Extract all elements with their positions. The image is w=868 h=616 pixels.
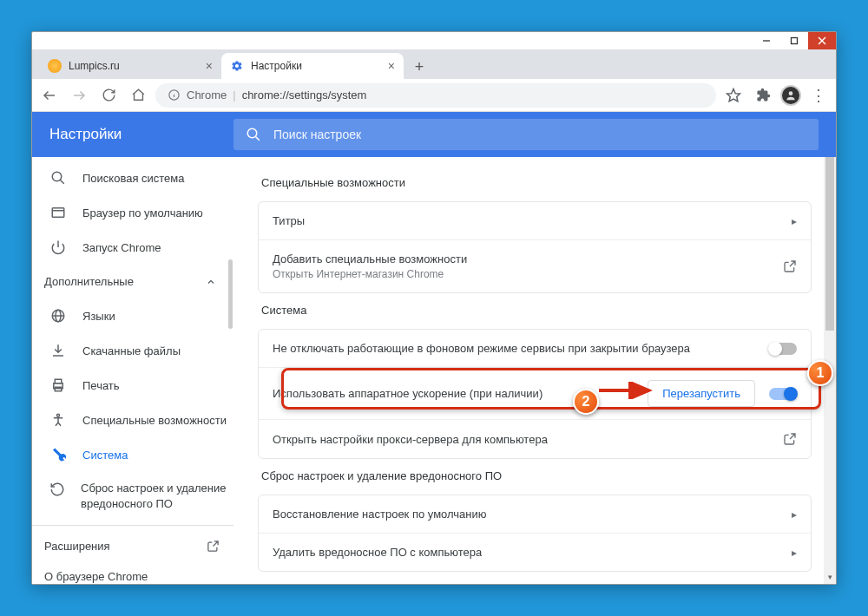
profile-avatar[interactable] (780, 85, 801, 106)
svg-point-23 (57, 414, 60, 416)
sidebar-item-about[interactable]: О браузере Chrome (32, 561, 233, 584)
row-label: Открыть настройки прокси-сервера для ком… (273, 433, 548, 446)
power-icon (49, 239, 67, 256)
globe-icon (49, 307, 67, 324)
sidebar-item-label: Система (82, 449, 128, 462)
sidebar-item-startup[interactable]: Запуск Chrome (32, 230, 233, 265)
settings-search-input[interactable]: Поиск настроек (233, 119, 819, 150)
row-restore-defaults[interactable]: Восстановление настроек по умолчанию ▸ (259, 495, 811, 533)
svg-point-8 (789, 91, 793, 95)
open-external-icon (783, 259, 797, 273)
forward-button[interactable] (67, 83, 91, 108)
content-scrollbar-track[interactable]: ▾ (824, 157, 836, 584)
sidebar-item-label: Скачанные файлы (82, 344, 181, 357)
url-scheme: Chrome (187, 88, 227, 102)
browser-window: Lumpics.ru × Настройки × + C (31, 31, 837, 585)
row-background-apps[interactable]: Не отключать работающие в фоновом режиме… (259, 330, 811, 367)
sidebar-item-downloads[interactable]: Скачанные файлы (32, 333, 233, 368)
svg-point-11 (52, 172, 62, 181)
settings-sidebar: Поисковая система Браузер по умолчанию З… (32, 157, 233, 584)
section-title-reset: Сброс настроек и удаление вредоносного П… (261, 469, 812, 482)
window-maximize-button[interactable] (780, 32, 808, 49)
sidebar-item-label: Печать (82, 379, 120, 392)
tab-title: Настройки (251, 60, 302, 72)
tab-title: Lumpics.ru (69, 60, 120, 72)
tab-close-button[interactable]: × (388, 59, 395, 73)
settings-main: Поисковая система Браузер по умолчанию З… (32, 157, 836, 584)
chevron-up-icon (206, 277, 216, 287)
download-icon (49, 342, 67, 359)
settings-page-title: Настройки (49, 126, 233, 143)
sidebar-item-label: Расширения (44, 540, 110, 553)
toggle-hardware-acceleration[interactable] (769, 388, 797, 400)
search-icon (49, 169, 67, 187)
row-captions[interactable]: Титры ▸ (259, 202, 811, 239)
row-label: Добавить специальные возможности (273, 252, 467, 265)
row-label: Не отключать работающие в фоновом режиме… (273, 342, 690, 355)
svg-line-10 (255, 136, 260, 141)
new-tab-button[interactable]: + (407, 55, 431, 79)
row-remove-malware[interactable]: Удалить вредоносное ПО с компьютера ▸ (259, 533, 811, 571)
sidebar-item-label: Поисковая система (82, 172, 185, 185)
sidebar-item-reset[interactable]: Сброс настроек и удаление вредоносного П… (32, 472, 233, 520)
chevron-right-icon: ▸ (792, 508, 797, 521)
open-external-icon (783, 432, 797, 446)
sidebar-item-languages[interactable]: Языки (32, 298, 233, 333)
sidebar-divider (32, 525, 233, 526)
toggle-background-apps[interactable] (769, 343, 797, 355)
reload-button[interactable] (96, 83, 121, 108)
restore-icon (49, 481, 65, 498)
settings-header: Настройки Поиск настроек (32, 112, 836, 157)
content-scrollbar-thumb[interactable] (825, 157, 834, 331)
sidebar-item-label: Языки (82, 310, 115, 323)
tab-favicon-lumpics (48, 59, 62, 73)
sidebar-scrollbar-thumb[interactable] (228, 259, 233, 329)
sidebar-item-print[interactable]: Печать (32, 368, 233, 403)
gear-icon (230, 59, 244, 73)
back-button[interactable] (37, 83, 62, 108)
svg-rect-1 (792, 38, 798, 44)
window-close-button[interactable] (808, 32, 836, 49)
chevron-right-icon: ▸ (792, 547, 797, 559)
kebab-menu-icon[interactable]: ⋮ (806, 83, 831, 108)
row-sublabel: Открыть Интернет-магазин Chrome (273, 268, 467, 280)
svg-point-9 (247, 128, 257, 138)
home-button[interactable] (126, 83, 150, 108)
svg-marker-7 (727, 88, 740, 101)
sidebar-item-default-browser[interactable]: Браузер по умолчанию (32, 195, 233, 230)
tab-settings[interactable]: Настройки × (221, 53, 404, 79)
sidebar-item-label: О браузере Chrome (44, 570, 148, 583)
search-icon (246, 127, 261, 142)
tab-close-button[interactable]: × (206, 59, 213, 73)
row-label: Удалить вредоносное ПО с компьютера (273, 546, 482, 559)
sidebar-item-system[interactable]: Система (32, 437, 233, 472)
sidebar-item-label: Специальные возможности (82, 414, 227, 427)
card-system: Не отключать работающие в фоновом режиме… (258, 329, 812, 459)
sidebar-item-extensions[interactable]: Расширения (32, 531, 233, 561)
section-title-system: Система (261, 304, 812, 317)
window-minimize-button[interactable] (753, 32, 780, 49)
sidebar-item-search-engine[interactable]: Поисковая система (32, 161, 233, 195)
url-path: chrome://settings/system (242, 88, 367, 102)
sidebar-item-accessibility[interactable]: Специальные возможности (32, 403, 233, 437)
address-bar[interactable]: Chrome | chrome://settings/system (155, 83, 716, 108)
site-info-icon (166, 83, 181, 108)
row-proxy-settings[interactable]: Открыть настройки прокси-сервера для ком… (259, 419, 811, 458)
scrollbar-down-arrow[interactable]: ▾ (825, 572, 834, 582)
card-reset: Восстановление настроек по умолчанию ▸ У… (258, 495, 812, 572)
tab-lumpics[interactable]: Lumpics.ru × (39, 53, 221, 79)
row-add-accessibility[interactable]: Добавить специальные возможности Открыть… (259, 239, 811, 292)
restart-button[interactable]: Перезапустить (648, 380, 755, 407)
row-hardware-acceleration[interactable]: Использовать аппаратное ускорение (при н… (259, 367, 811, 419)
section-title-accessibility: Специальные возможности (261, 176, 812, 189)
sidebar-advanced-toggle[interactable]: Дополнительные (32, 265, 233, 298)
sidebar-section-label: Дополнительные (44, 275, 134, 288)
row-label: Титры (273, 214, 305, 227)
row-label: Использовать аппаратное ускорение (при н… (273, 387, 542, 400)
wrench-icon (49, 446, 67, 463)
window-titlebar (32, 32, 836, 49)
svg-line-12 (60, 180, 64, 184)
extensions-icon[interactable] (751, 83, 775, 108)
bookmark-star-icon[interactable] (721, 83, 746, 108)
chevron-right-icon: ▸ (792, 215, 797, 227)
